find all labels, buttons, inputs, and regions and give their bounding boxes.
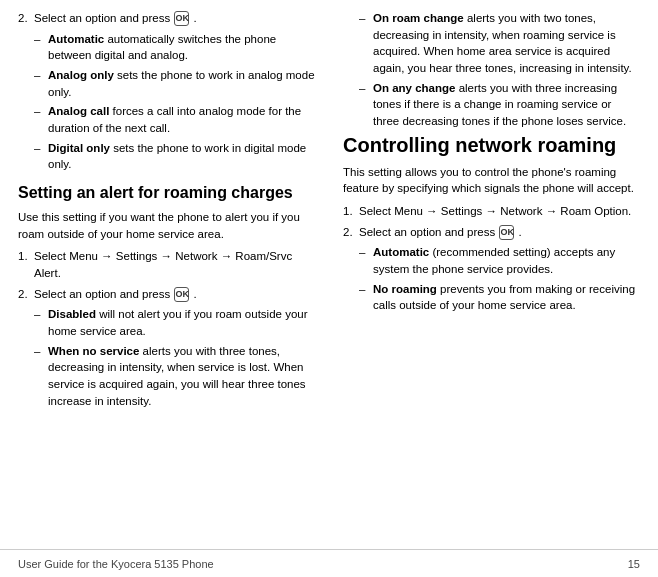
bullet-automatic-roam: – Automatic (recommended setting) accept… <box>359 244 640 277</box>
controlling-roaming-heading: Controlling network roaming <box>343 133 640 157</box>
left-column: 2. Select an option and press OK . – Aut… <box>0 10 329 549</box>
step-2-num: 2. <box>18 286 34 303</box>
step-text-before: Select an option and press <box>34 12 170 24</box>
ok-icon: OK <box>174 11 189 26</box>
step-content: Select an option and press OK . <box>34 10 315 27</box>
step-1-alert: 1. Select Menu → Settings → Network → Ro… <box>18 248 315 281</box>
ok-icon-2: OK <box>174 287 189 302</box>
bullet-disabled: – Disabled will not alert you if you roa… <box>34 306 315 339</box>
footer-page-number: 15 <box>628 558 640 570</box>
right-column: – On roam change alerts you with two ton… <box>329 10 658 549</box>
content-area: 2. Select an option and press OK . – Aut… <box>0 0 658 549</box>
page-container: 2. Select an option and press OK . – Aut… <box>0 0 658 577</box>
bullet-when-no-service: – When no service alerts you with three … <box>34 343 315 410</box>
controlling-roaming-body: This setting allows you to control the p… <box>343 164 640 197</box>
term-analog-call: Analog call <box>48 105 109 117</box>
step-1-num: 1. <box>18 248 34 281</box>
step-text-after: . <box>194 12 197 24</box>
step-1-roam-content: Select Menu → Settings → Network → Roam … <box>359 203 640 220</box>
footer-left-text: User Guide for the Kyocera 5135 Phone <box>18 558 214 570</box>
term-digital-only: Digital only <box>48 142 110 154</box>
step-2-alert: 2. Select an option and press OK . <box>18 286 315 303</box>
roaming-charges-heading: Setting an alert for roaming charges <box>18 183 315 203</box>
roaming-charges-body: Use this setting if you want the phone t… <box>18 209 315 242</box>
step2-before: Select an option and press <box>34 288 170 300</box>
step-2-roam-option: 2. Select an option and press OK . <box>343 224 640 241</box>
step-1-roam-option: 1. Select Menu → Settings → Network → Ro… <box>343 203 640 220</box>
term-automatic-roam: Automatic <box>373 246 429 258</box>
step-2-roam-num: 2. <box>343 224 359 241</box>
bullet-no-roaming: – No roaming prevents you from making or… <box>359 281 640 314</box>
bullet-analog-only: – Analog only sets the phone to work in … <box>34 67 315 100</box>
step-1-content: Select Menu → Settings → Network → Roam/… <box>34 248 315 281</box>
step-2-roam-content: Select an option and press OK . <box>359 224 640 241</box>
term-analog-only: Analog only <box>48 69 114 81</box>
step2r-after: . <box>519 226 522 238</box>
step-1-roam-num: 1. <box>343 203 359 220</box>
bullet-automatic: – Automatic automatically switches the p… <box>34 31 315 64</box>
term-no-roaming: No roaming <box>373 283 437 295</box>
term-when-no-service: When no service <box>48 345 139 357</box>
step-num: 2. <box>18 10 34 27</box>
bullet-on-roam-change: – On roam change alerts you with two ton… <box>359 10 640 77</box>
term-on-any-change: On any change <box>373 82 455 94</box>
term-disabled: Disabled <box>48 308 96 320</box>
step-2-top: 2. Select an option and press OK . <box>18 10 315 27</box>
bullet-on-any-change: – On any change alerts you with three in… <box>359 80 640 130</box>
term-automatic: Automatic <box>48 33 104 45</box>
ok-icon-3: OK <box>499 225 514 240</box>
bullet-analog-call: – Analog call forces a call into analog … <box>34 103 315 136</box>
step2-after: . <box>194 288 197 300</box>
step2r-before: Select an option and press <box>359 226 495 238</box>
term-on-roam-change: On roam change <box>373 12 464 24</box>
step-2-content-alert: Select an option and press OK . <box>34 286 315 303</box>
footer: User Guide for the Kyocera 5135 Phone 15 <box>0 549 658 577</box>
bullet-digital-only: – Digital only sets the phone to work in… <box>34 140 315 173</box>
